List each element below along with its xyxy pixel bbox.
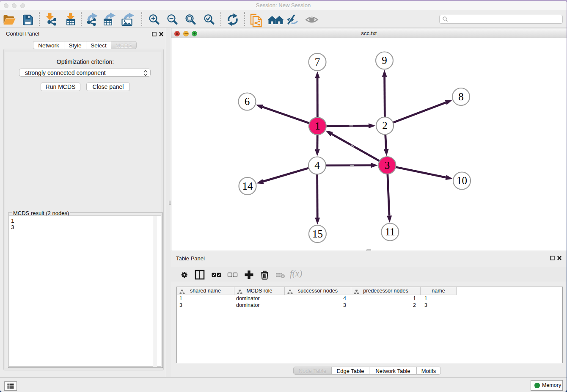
svg-text:3: 3 bbox=[385, 160, 390, 171]
svg-text:2: 2 bbox=[382, 120, 388, 131]
svg-text:10: 10 bbox=[457, 175, 467, 186]
svg-text:14: 14 bbox=[242, 180, 253, 192]
svg-text:15: 15 bbox=[312, 228, 323, 240]
svg-text:11: 11 bbox=[385, 226, 395, 237]
svg-text:8: 8 bbox=[458, 91, 464, 102]
svg-text:9: 9 bbox=[382, 55, 387, 66]
svg-text:1: 1 bbox=[315, 120, 320, 132]
svg-text:6: 6 bbox=[245, 96, 250, 107]
svg-text:7: 7 bbox=[315, 56, 320, 68]
svg-text:4: 4 bbox=[314, 160, 320, 171]
